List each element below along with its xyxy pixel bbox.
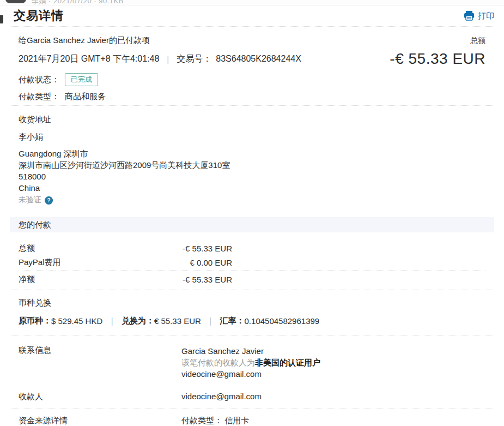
payment-row-value: € 0.00 EUR	[190, 258, 232, 267]
transaction-date: 2021年7月20日 GMT+8 下午4:01:48	[19, 53, 159, 65]
payee-label: 收款人	[19, 392, 181, 402]
payee-note-prefix: 该笔付款的收款人为	[181, 358, 255, 367]
total-label: 总额	[470, 36, 485, 46]
payment-breakdown: 总额 -€ 55.33 EUR PayPal费用 € 0.00 EUR 净额 -…	[10, 232, 494, 290]
payment-row-label: 总额	[19, 243, 35, 254]
file-info-strip: 李娟 · 2021/07/20 · 90.1KB	[0, 0, 504, 5]
payee-email-value: videocine@gmail.com	[181, 392, 485, 402]
shipping-title: 收货地址	[19, 115, 485, 125]
payment-row-total: 总额 -€ 55.33 EUR	[19, 241, 232, 255]
conversion-title: 币种兑换	[19, 298, 485, 308]
payment-row-label: PayPal费用	[19, 257, 61, 268]
from-currency-value: $ 529.45 HKD	[51, 316, 102, 326]
paid-to-text: 给Garcia Sanchez Javier的已付款项	[19, 35, 150, 46]
your-payment-title: 您的付款	[19, 220, 51, 230]
payment-row-net: 净额 -€ 55.33 EUR	[19, 272, 232, 286]
address-region: Guangdong 深圳市	[19, 148, 485, 159]
avatar	[5, 0, 26, 3]
print-button-label: 打印	[478, 11, 494, 21]
transaction-detail-page: 交易详情 打印 给Garcia Sanchez Javier的已付款项 总额 2…	[0, 5, 504, 426]
left-edge-artifact	[0, 15, 3, 23]
payee-name: Garcia Sanchez Javier	[181, 345, 485, 357]
from-currency-label: 原币种：	[19, 316, 51, 326]
your-payment-band: 您的付款	[10, 217, 494, 232]
help-icon[interactable]: ?	[45, 196, 53, 205]
payee-note: 该笔付款的收款人为非美国的认证用户	[181, 357, 485, 368]
vertical-separator: ｜	[108, 316, 116, 326]
payee-email: videocine@gmail.com	[181, 368, 485, 380]
address-postal: 518000	[19, 171, 485, 182]
address-street: 深圳市南山区沙河街道沙河西路2009号尚美科技大厦310室	[19, 159, 485, 171]
payment-type-label: 付款类型：	[19, 92, 59, 102]
recipient-name: 李小娟	[19, 132, 485, 142]
vertical-separator: |	[167, 55, 169, 64]
payment-row-fee: PayPal费用 € 0.00 EUR	[19, 255, 232, 269]
transaction-id-label: 交易号：	[177, 53, 211, 65]
conversion-detail: 原币种： $ 529.45 HKD ｜ 兑换为： € 55.33 EUR ｜ 汇…	[19, 316, 485, 326]
contact-section: 联系信息 Garcia Sanchez Javier 该笔付款的收款人为非美国的…	[10, 335, 494, 409]
exchange-rate-value: 0.104504582961399	[245, 316, 320, 326]
summary-section: 给Garcia Sanchez Javier的已付款项 总额 2021年7月20…	[10, 27, 494, 105]
funding-section: 资金来源详情 付款类型： 信用卡	[10, 409, 494, 426]
verify-status: 未验证	[19, 195, 41, 205]
date-and-txn: 2021年7月20日 GMT+8 下午4:01:48 | 交易号： 83S648…	[19, 53, 301, 65]
shipping-address: Guangdong 深圳市 深圳市南山区沙河街道沙河西路2009号尚美科技大厦3…	[19, 148, 485, 194]
funding-type-value: 信用卡	[224, 416, 249, 425]
converted-value: € 55.33 EUR	[154, 316, 201, 326]
page-header: 交易详情 打印	[10, 5, 494, 26]
payment-status-label: 付款状态：	[19, 75, 59, 85]
total-amount: -€ 55.33 EUR	[390, 50, 485, 68]
printer-icon	[464, 11, 475, 21]
payment-row-value: -€ 55.33 EUR	[183, 275, 232, 284]
payment-row-label: 净额	[19, 274, 35, 285]
funding-title: 资金来源详情	[19, 416, 181, 426]
address-country: China	[19, 182, 485, 194]
payment-type-value: 商品和服务	[65, 92, 106, 102]
vertical-separator: ｜	[207, 316, 215, 326]
net-divider	[19, 271, 485, 271]
print-button[interactable]: 打印	[464, 11, 494, 21]
file-info-text: 李娟 · 2021/07/20 · 90.1KB	[32, 0, 124, 5]
status-badge: 已完成	[65, 73, 98, 86]
transaction-id: 83S64805K2684244X	[216, 54, 301, 64]
contact-info-label: 联系信息	[19, 345, 181, 380]
converted-label: 兑换为：	[122, 316, 154, 326]
exchange-rate-label: 汇率：	[220, 316, 245, 326]
page-title: 交易详情	[14, 8, 64, 24]
shipping-section: 收货地址 李小娟 Guangdong 深圳市 深圳市南山区沙河街道沙河西路200…	[10, 106, 494, 217]
payee-note-bold: 非美国的认证用户	[255, 358, 320, 367]
conversion-section: 币种兑换 原币种： $ 529.45 HKD ｜ 兑换为： € 55.33 EU…	[10, 290, 494, 335]
payment-row-value: -€ 55.33 EUR	[183, 244, 232, 253]
contact-details: Garcia Sanchez Javier 该笔付款的收款人为非美国的认证用户 …	[181, 345, 485, 380]
funding-type: 付款类型： 信用卡	[181, 416, 485, 426]
funding-type-label: 付款类型：	[181, 416, 222, 425]
